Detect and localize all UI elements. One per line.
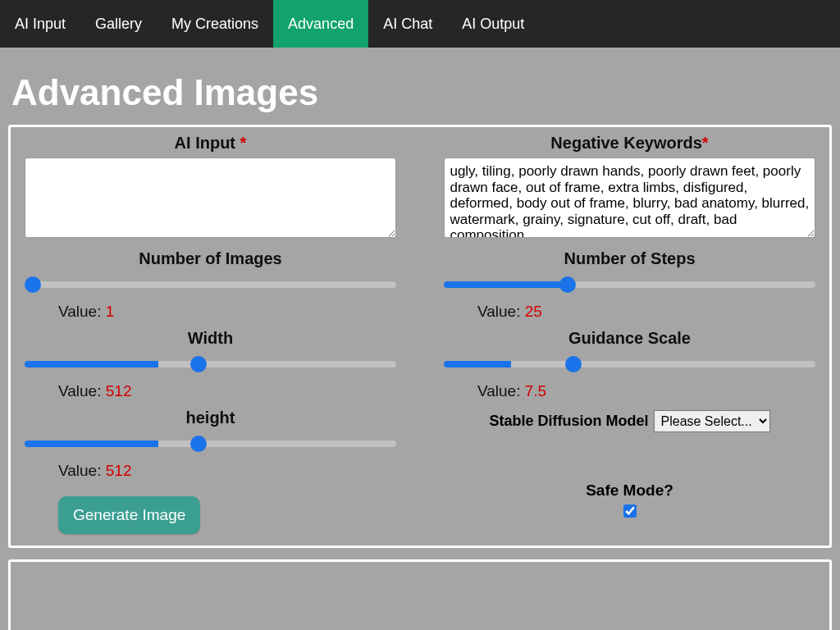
nav-label: My Creations [171,16,258,33]
width-slider[interactable] [25,361,395,368]
nav-ai-input[interactable]: AI Input [0,0,80,48]
num-images-label: Number of Images [17,249,404,268]
nav-label: Gallery [95,16,142,33]
top-navbar: AI Input Gallery My Creations Advanced A… [0,0,840,48]
results-panel [8,559,832,630]
value-prefix: Value: [58,303,106,320]
nav-my-creations[interactable]: My Creations [157,0,273,48]
model-row: Stable Diffusion Model Please Select... [436,410,823,432]
value-number: 1 [106,303,115,320]
guidance-label: Guidance Scale [436,329,823,348]
steps-slider[interactable] [444,281,815,288]
value-prefix: Value: [58,382,106,399]
value-number: 7.5 [525,382,546,399]
height-slider[interactable] [25,441,395,447]
required-marker: * [240,134,247,152]
height-value: Value: 512 [58,462,404,480]
nav-label: AI Input [15,16,66,33]
height-label: height [17,409,404,427]
nav-ai-output[interactable]: AI Output [447,0,539,48]
label-text: Negative Keywords [550,134,702,152]
safe-mode-checkbox[interactable] [623,504,637,518]
value-prefix: Value: [58,462,106,479]
value-number: 512 [106,382,132,399]
nav-label: Advanced [288,16,354,33]
nav-label: AI Output [462,16,524,33]
ai-input-textarea[interactable] [25,158,395,238]
value-prefix: Value: [477,382,525,399]
nav-ai-chat[interactable]: AI Chat [368,0,447,48]
nav-label: AI Chat [383,16,432,33]
model-label: Stable Diffusion Model [489,413,648,430]
negative-keywords-label: Negative Keywords* [436,134,823,153]
required-marker: * [702,134,709,152]
value-number: 25 [525,303,542,320]
steps-value: Value: 25 [477,303,823,321]
steps-label: Number of Steps [436,249,823,268]
label-text: AI Input [175,134,240,152]
num-images-slider[interactable] [25,281,395,288]
value-number: 512 [106,462,132,479]
form-panel: AI Input * Number of Images Value: 1 Wid… [8,125,832,548]
width-label: Width [17,329,404,348]
safe-mode-block: Safe Mode? [436,482,823,521]
guidance-value: Value: 7.5 [477,382,823,400]
generate-image-button[interactable]: Generate Image [58,496,200,534]
nav-advanced[interactable]: Advanced [273,0,368,48]
page-title: Advanced Images [0,48,840,125]
safe-mode-label: Safe Mode? [436,482,823,500]
width-value: Value: 512 [58,382,404,400]
guidance-slider[interactable] [444,361,815,368]
negative-keywords-textarea[interactable] [444,158,815,238]
nav-gallery[interactable]: Gallery [80,0,157,48]
num-images-value: Value: 1 [58,303,404,321]
left-column: AI Input * Number of Images Value: 1 Wid… [17,134,404,534]
value-prefix: Value: [477,303,525,320]
right-column: Negative Keywords* Number of Steps Value… [436,134,823,534]
model-select[interactable]: Please Select... [654,410,770,432]
ai-input-label: AI Input * [17,134,404,153]
